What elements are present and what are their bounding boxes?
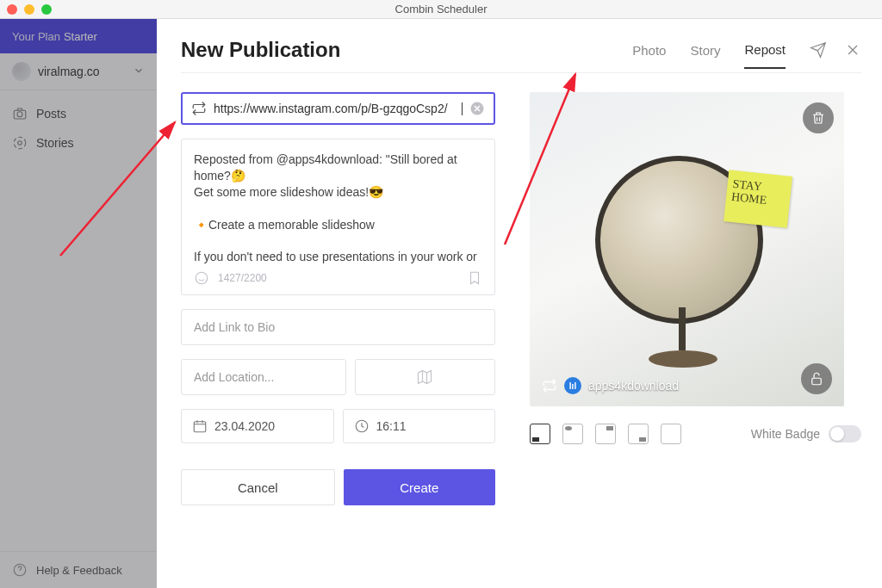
camera-icon xyxy=(12,106,28,121)
source-handle: apps4kdownload xyxy=(588,379,679,393)
date-value: 23.04.2020 xyxy=(214,419,275,433)
badge-pos-top-left[interactable] xyxy=(562,424,583,444)
badge-pos-bottom-left[interactable] xyxy=(530,424,550,444)
sidebar-item-label: Posts xyxy=(36,107,66,121)
link-bio-input[interactable]: Add Link to Bio xyxy=(181,309,495,345)
repost-icon xyxy=(191,101,207,116)
cancel-button[interactable]: Cancel xyxy=(181,469,335,505)
account-selector[interactable]: viralmag.co xyxy=(0,53,157,90)
map-icon xyxy=(416,368,433,386)
panel-header: New Publication Photo Story Repost xyxy=(181,38,861,73)
page-title: New Publication xyxy=(181,38,340,62)
avatar xyxy=(12,62,31,81)
badge-position-row: White Badge xyxy=(530,424,861,444)
globe-illustration: STAY HOME xyxy=(571,144,795,368)
window-controls[interactable] xyxy=(7,4,52,15)
date-input[interactable]: 23.04.2020 xyxy=(181,409,334,443)
tabs: Photo Story Repost xyxy=(632,42,786,58)
sidebar: Your Plan Starter viralmag.co Posts Stor… xyxy=(0,19,157,588)
minimize-window-button[interactable] xyxy=(24,4,34,15)
image-preview: STAY HOME lıl apps4kdownload xyxy=(530,92,844,406)
form-column: https://www.instagram.com/p/B-gzqgoCsp2/… xyxy=(181,92,495,588)
svg-point-6 xyxy=(196,272,208,284)
plan-label: Your Plan xyxy=(12,30,60,43)
help-label: Help & Feedback xyxy=(36,564,122,577)
time-value: 16:11 xyxy=(376,419,407,433)
bookmark-icon[interactable] xyxy=(467,270,482,286)
svg-point-3 xyxy=(18,141,22,145)
svg-rect-7 xyxy=(194,422,206,432)
svg-point-1 xyxy=(17,112,22,117)
window-title: Combin Scheduler xyxy=(395,3,488,15)
sidebar-item-label: Stories xyxy=(36,136,74,150)
char-count: 1427/2200 xyxy=(218,272,267,284)
sidebar-item-posts[interactable]: Posts xyxy=(0,99,157,128)
send-icon[interactable] xyxy=(810,41,827,59)
close-icon[interactable] xyxy=(844,41,861,59)
help-icon xyxy=(12,562,28,578)
sidebar-item-stories[interactable]: Stories xyxy=(0,128,157,158)
source-badge-icon: lıl xyxy=(564,377,581,394)
svg-point-2 xyxy=(14,137,26,149)
repost-icon xyxy=(542,378,557,393)
tab-photo[interactable]: Photo xyxy=(632,43,666,68)
stories-icon xyxy=(12,135,28,151)
white-badge-toggle[interactable] xyxy=(829,425,861,443)
create-button[interactable]: Create xyxy=(344,469,496,505)
tab-repost[interactable]: Repost xyxy=(744,42,786,69)
delete-image-button[interactable] xyxy=(803,102,834,133)
text-cursor xyxy=(462,102,463,115)
caption-text: Reposted from @apps4kdownload: "Still bo… xyxy=(194,152,482,263)
panel-actions xyxy=(810,41,861,59)
url-value: https://www.instagram.com/p/B-gzqgoCsp2/ xyxy=(214,102,455,115)
lock-button[interactable] xyxy=(801,363,832,394)
plan-banner[interactable]: Your Plan Starter xyxy=(0,19,157,53)
calendar-icon xyxy=(192,418,208,434)
clear-button[interactable] xyxy=(469,101,485,116)
clock-icon xyxy=(354,418,370,434)
emoji-icon[interactable] xyxy=(194,270,209,286)
unlock-icon xyxy=(809,371,824,387)
white-badge-label: White Badge xyxy=(751,427,820,441)
chevron-down-icon xyxy=(133,65,145,79)
zoom-window-button[interactable] xyxy=(41,4,52,15)
map-button[interactable] xyxy=(355,359,496,395)
new-publication-panel: New Publication Photo Story Repost https… xyxy=(157,19,882,588)
badge-pos-bottom-right[interactable] xyxy=(628,424,649,444)
preview-column: STAY HOME lıl apps4kdownload xyxy=(530,92,861,588)
trash-icon xyxy=(811,110,826,126)
badge-pos-none[interactable] xyxy=(661,424,681,444)
window-titlebar: Combin Scheduler xyxy=(0,0,882,19)
account-name: viralmag.co xyxy=(38,65,100,78)
location-input[interactable]: Add Location... xyxy=(181,359,346,395)
close-window-button[interactable] xyxy=(7,4,17,15)
repost-credit: lıl apps4kdownload xyxy=(542,377,679,394)
tab-story[interactable]: Story xyxy=(690,43,720,68)
caption-input[interactable]: Reposted from @apps4kdownload: "Still bo… xyxy=(181,139,495,295)
plan-value: Starter xyxy=(64,30,97,43)
help-feedback-button[interactable]: Help & Feedback xyxy=(0,551,157,588)
sticky-note: STAY HOME xyxy=(724,170,792,227)
time-input[interactable]: 16:11 xyxy=(343,409,496,443)
svg-rect-9 xyxy=(812,378,822,385)
repost-url-input[interactable]: https://www.instagram.com/p/B-gzqgoCsp2/ xyxy=(181,92,495,125)
badge-pos-top-right[interactable] xyxy=(595,424,616,444)
sidebar-nav: Posts Stories xyxy=(0,90,157,166)
